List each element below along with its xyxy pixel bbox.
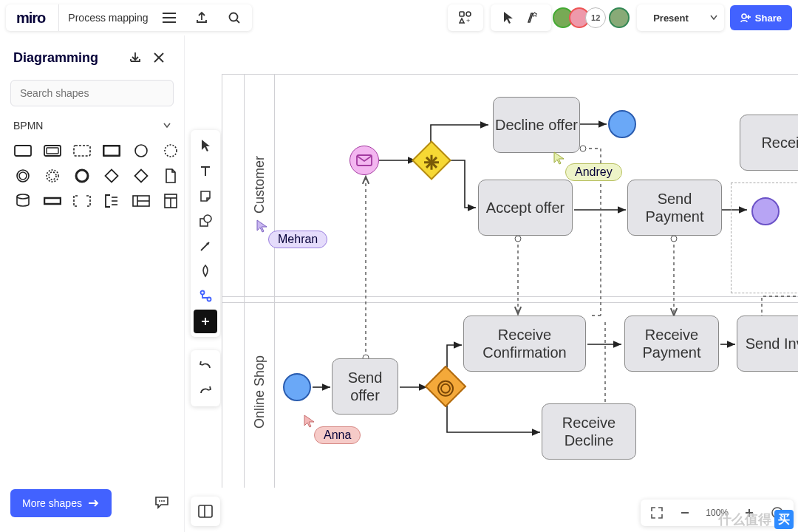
fit-icon[interactable] — [645, 501, 669, 525]
shape-intermediate-event[interactable] — [10, 166, 35, 186]
start-event-bottom[interactable] — [283, 373, 311, 401]
start-event-message[interactable] — [349, 146, 379, 175]
shape-gateway2[interactable] — [129, 166, 154, 186]
svg-point-38 — [159, 500, 160, 502]
node-receive-confirmation[interactable]: Receive Confirmation — [463, 316, 586, 372]
svg-point-3 — [229, 13, 237, 21]
node-send-invoice[interactable]: Send Invoic — [737, 316, 798, 372]
svg-point-42 — [204, 215, 211, 222]
minimap-toggle[interactable] — [191, 497, 220, 526]
more-shapes-button[interactable]: More shapes — [10, 489, 112, 517]
shape-data-store[interactable] — [10, 191, 35, 211]
shape-task[interactable] — [10, 140, 35, 161]
search-icon[interactable] — [222, 6, 246, 30]
node-accept-offer[interactable]: Accept offer — [478, 180, 573, 236]
shape-tool[interactable] — [194, 209, 217, 233]
svg-point-27 — [17, 194, 29, 199]
search-input[interactable] — [10, 80, 174, 106]
svg-point-39 — [161, 500, 163, 502]
shape-group[interactable] — [69, 191, 95, 211]
node-receive-payment[interactable]: Receive Payment — [624, 316, 719, 372]
tool-toolbar — [191, 130, 220, 337]
shape-start-event[interactable] — [129, 140, 154, 161]
comment-icon[interactable] — [150, 491, 174, 514]
share-button[interactable]: Share — [730, 5, 792, 30]
undo-button[interactable] — [194, 354, 217, 378]
node-send-offer[interactable]: Send offer — [332, 358, 398, 415]
sticky-tool[interactable] — [194, 184, 217, 208]
logo: miro — [12, 10, 50, 27]
svg-point-44 — [201, 291, 205, 295]
text-tool[interactable] — [194, 159, 217, 183]
node-decline-offer[interactable]: Decline offer — [493, 97, 580, 153]
select-tool[interactable] — [194, 134, 217, 157]
svg-point-6 — [466, 12, 471, 16]
svg-rect-13 — [15, 146, 31, 156]
shape-transaction[interactable] — [40, 140, 65, 161]
apps-icon[interactable]: + — [454, 6, 477, 30]
svg-point-18 — [135, 145, 147, 157]
svg-point-22 — [47, 170, 58, 182]
svg-rect-25 — [106, 170, 118, 183]
redo-button[interactable] — [194, 379, 217, 403]
svg-point-62 — [671, 236, 677, 242]
diagram-tool[interactable] — [194, 284, 217, 308]
reactions-icon[interactable] — [522, 6, 545, 30]
collaborator-avatars[interactable]: 12 — [557, 7, 630, 28]
svg-point-40 — [163, 500, 165, 502]
import-icon[interactable] — [123, 46, 147, 69]
svg-rect-28 — [44, 198, 61, 204]
shape-intermediate-dashed[interactable] — [158, 140, 183, 161]
present-button[interactable]: Present — [644, 5, 698, 30]
shape-data-object[interactable] — [158, 166, 183, 186]
arrow-tool[interactable] — [194, 234, 217, 258]
zoom-out-icon[interactable] — [673, 501, 697, 525]
shapes-panel: Diagramming BPMN More shapes — [0, 35, 185, 532]
svg-rect-26 — [135, 170, 148, 183]
svg-rect-5 — [460, 12, 464, 16]
shape-gateway[interactable] — [99, 166, 124, 186]
svg-rect-16 — [74, 146, 90, 156]
end-event-top[interactable] — [608, 110, 636, 138]
svg-point-70 — [441, 384, 450, 393]
present-dropdown-icon[interactable] — [706, 6, 721, 30]
canvas[interactable]: Customer Online Shop — [222, 74, 798, 488]
panel-title: Diagramming — [13, 50, 98, 66]
svg-point-60 — [580, 146, 586, 151]
shape-pool-h[interactable] — [129, 191, 154, 211]
node-receive-decline[interactable]: Receive Decline — [542, 403, 636, 460]
node-send-payment[interactable]: Send Payment — [627, 180, 722, 236]
svg-point-8 — [742, 14, 746, 18]
svg-point-19 — [165, 145, 177, 157]
shape-intermediate-dashed2[interactable] — [40, 166, 65, 186]
svg-point-24 — [76, 170, 88, 182]
shape-end-event[interactable] — [69, 166, 95, 186]
svg-text:+: + — [466, 17, 470, 24]
cursor-mehran: Mehran — [268, 231, 327, 248]
cursor-anna: Anna — [314, 426, 361, 444]
close-icon[interactable] — [147, 46, 171, 69]
svg-rect-15 — [47, 148, 58, 154]
svg-point-21 — [19, 172, 27, 180]
menu-icon[interactable] — [157, 6, 181, 30]
shape-text-annotation[interactable] — [99, 191, 124, 211]
shape-annotation[interactable] — [40, 191, 65, 211]
node-receive-top[interactable]: Receiv — [740, 115, 798, 171]
cursor-andrey: Andrey — [565, 163, 622, 181]
export-icon[interactable] — [190, 6, 214, 30]
svg-point-59 — [515, 236, 521, 242]
svg-rect-17 — [103, 146, 120, 156]
svg-point-23 — [49, 172, 56, 180]
add-tool[interactable] — [194, 310, 217, 333]
shape-call-activity[interactable] — [99, 140, 124, 161]
watermark: 什么值得买 — [718, 510, 794, 529]
shape-event-subprocess[interactable] — [69, 140, 95, 161]
svg-rect-71 — [199, 505, 212, 517]
shape-pool-v[interactable] — [158, 191, 183, 211]
cursor-mode-icon[interactable] — [497, 6, 520, 30]
section-bpmn[interactable]: BPMN — [0, 117, 184, 134]
pen-tool[interactable] — [194, 259, 217, 283]
svg-point-45 — [208, 298, 211, 301]
svg-line-4 — [236, 20, 239, 23]
board-title[interactable]: Process mapping — [58, 4, 148, 31]
